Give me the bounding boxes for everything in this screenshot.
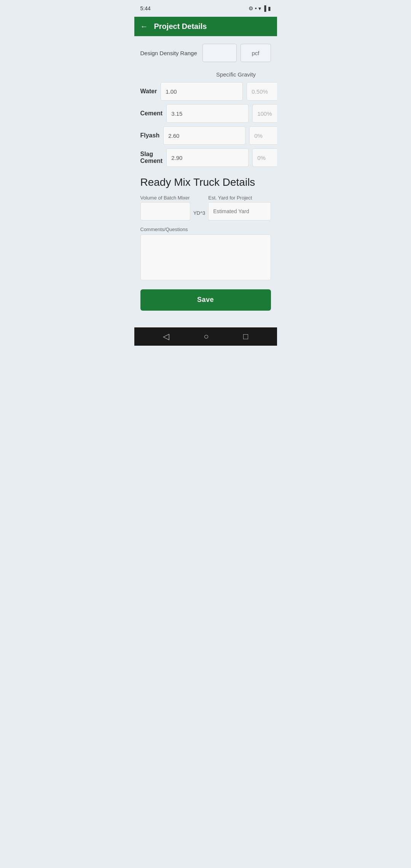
sg-material-water: Water xyxy=(140,88,157,95)
signal-icon: ▐ xyxy=(263,5,266,11)
design-density-label: Design Density Range xyxy=(140,50,199,56)
truck-row: Volume of Batch Mixer YD^3 Est. Yard for… xyxy=(140,195,271,220)
density-unit-label: pcf xyxy=(241,44,271,62)
sg-material-cement: Cement xyxy=(140,110,163,117)
design-density-input[interactable] xyxy=(202,44,237,62)
dot-icon: • xyxy=(255,5,257,11)
save-button[interactable]: Save xyxy=(140,289,271,311)
comments-label: Comments/Questions xyxy=(140,227,271,232)
sg-value-flyash[interactable] xyxy=(163,126,245,145)
sg-percent-cement[interactable] xyxy=(252,104,277,123)
volume-unit: YD^3 xyxy=(193,210,205,220)
nav-back-button[interactable]: ◁ xyxy=(163,332,169,341)
sg-row-water: Water xyxy=(140,82,271,101)
sg-row-slag-cement: Slag Cement xyxy=(140,148,271,167)
volume-input[interactable] xyxy=(140,202,190,220)
sg-value-cement[interactable] xyxy=(166,104,249,123)
settings-icon: ⚙ xyxy=(249,5,253,11)
nav-recent-button[interactable]: □ xyxy=(243,332,248,341)
ready-mix-section: Ready Mix Truck Details Volume of Batch … xyxy=(140,176,271,311)
status-time: 5:44 xyxy=(140,5,151,11)
sg-value-water[interactable] xyxy=(161,82,243,101)
page-title: Project Details xyxy=(154,22,207,31)
back-button[interactable]: ← xyxy=(140,22,148,31)
sg-material-flyash: Flyash xyxy=(140,132,160,139)
volume-label: Volume of Batch Mixer xyxy=(140,195,190,201)
main-content: Design Density Range pcf Specific Gravit… xyxy=(134,36,277,318)
status-bar: 5:44 ⚙ • ▾ ▐ ▮ xyxy=(134,0,277,17)
est-yard-input[interactable] xyxy=(208,202,271,220)
status-icons: ⚙ • ▾ ▐ ▮ xyxy=(249,5,271,11)
est-yard-column: Est. Yard for Project xyxy=(208,195,271,220)
sg-percent-flyash[interactable] xyxy=(249,126,277,145)
design-density-row: Design Density Range pcf xyxy=(140,44,271,62)
nav-bar: ◁ ○ □ xyxy=(134,327,277,346)
sg-material-slag-cement: Slag Cement xyxy=(140,151,163,164)
sg-row-cement: Cement xyxy=(140,104,271,123)
nav-home-button[interactable]: ○ xyxy=(204,332,209,341)
ready-mix-title: Ready Mix Truck Details xyxy=(140,176,271,189)
sg-percent-slag-cement[interactable] xyxy=(252,148,277,167)
sg-row-flyash: Flyash xyxy=(140,126,271,145)
comments-section: Comments/Questions xyxy=(140,227,271,289)
sg-section-header: Specific Gravity xyxy=(201,71,271,78)
sg-value-slag-cement[interactable] xyxy=(166,148,249,167)
wifi-icon: ▾ xyxy=(258,5,261,11)
est-yard-label: Est. Yard for Project xyxy=(208,195,271,201)
sg-percent-water[interactable] xyxy=(247,82,277,101)
specific-gravity-section: Specific Gravity Water Cement Flyash Sla… xyxy=(140,71,271,167)
comments-textarea[interactable] xyxy=(140,235,271,280)
app-header: ← Project Details xyxy=(134,17,277,36)
battery-icon: ▮ xyxy=(268,5,271,11)
volume-column: Volume of Batch Mixer xyxy=(140,195,190,220)
